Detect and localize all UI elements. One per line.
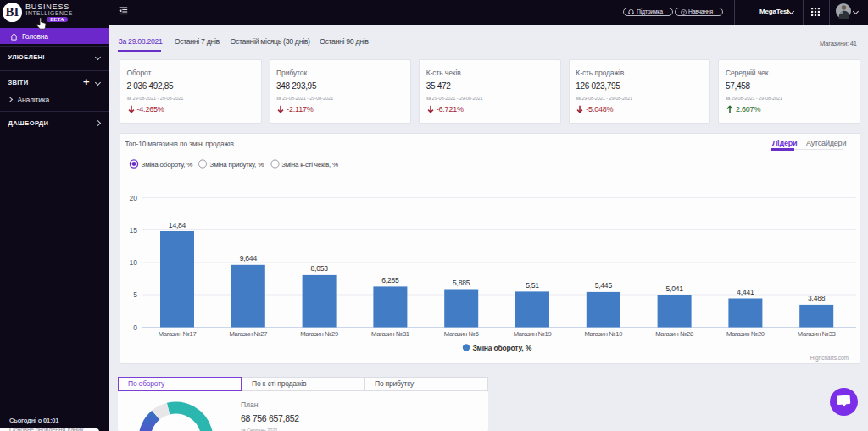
svg-text:5,885: 5,885	[453, 279, 470, 287]
svg-text:4,441: 4,441	[737, 288, 754, 296]
svg-text:Магазин №10: Магазин №10	[584, 330, 622, 338]
svg-text:Магазин №28: Магазин №28	[655, 330, 693, 338]
svg-text:5,51: 5,51	[526, 281, 539, 290]
svg-text:5: 5	[133, 290, 137, 299]
svg-text:14,84: 14,84	[169, 221, 186, 229]
svg-text:5,041: 5,041	[665, 285, 683, 293]
svg-text:Зміна к-сті чеків, %: Зміна к-сті чеків, %	[281, 161, 338, 169]
svg-text:Магазин №20: Магазин №20	[726, 330, 765, 338]
svg-text:15: 15	[130, 226, 138, 235]
svg-text:?: ?	[682, 10, 685, 14]
svg-text:Магазин №27: Магазин №27	[229, 330, 267, 338]
svg-text:0: 0	[133, 323, 137, 332]
svg-text:Магазин №19: Магазин №19	[514, 330, 552, 338]
svg-text:Зміна обороту, %: Зміна обороту, %	[473, 344, 532, 352]
svg-text:8,053: 8,053	[310, 264, 328, 273]
svg-text:Магазин №5: Магазин №5	[444, 330, 479, 338]
svg-text:Зміна прибутку, %: Зміна прибутку, %	[210, 161, 264, 169]
svg-text:Магазин №29: Магазин №29	[300, 330, 338, 338]
svg-text:9,644: 9,644	[240, 254, 258, 262]
svg-text:6,285: 6,285	[381, 276, 399, 285]
svg-text:Магазин №17: Магазин №17	[159, 330, 197, 338]
svg-text:Магазин №31: Магазин №31	[371, 330, 409, 338]
svg-text:Highcharts.com: Highcharts.com	[810, 355, 849, 362]
svg-text:Зміна обороту, %: Зміна обороту, %	[142, 161, 193, 169]
svg-text:Магазин №33: Магазин №33	[798, 330, 836, 338]
svg-text:10: 10	[130, 258, 138, 267]
svg-text:5,445: 5,445	[595, 281, 613, 290]
svg-text:20: 20	[130, 194, 138, 202]
svg-text:3,488: 3,488	[808, 294, 826, 302]
